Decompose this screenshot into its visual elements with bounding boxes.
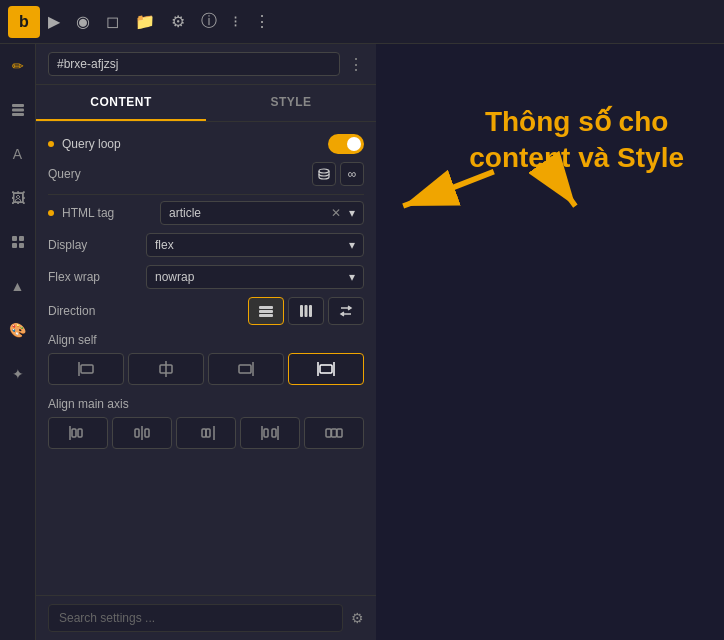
svg-rect-28 bbox=[145, 429, 149, 437]
query-loop-label: Query loop bbox=[62, 137, 328, 151]
query-loop-toggle[interactable] bbox=[328, 134, 364, 154]
query-controls: ∞ bbox=[138, 162, 364, 186]
svg-rect-13 bbox=[309, 305, 312, 317]
panel-content: Query loop Query ∞ bbox=[36, 122, 376, 595]
align-self-end-btn[interactable] bbox=[208, 353, 284, 385]
justify-between-btn[interactable] bbox=[240, 417, 300, 449]
panel: #brxe-afjzsj ⋮ CONTENT STYLE Query loop … bbox=[36, 44, 376, 640]
text-icon[interactable]: A bbox=[4, 140, 32, 168]
palette-icon[interactable]: 🎨 bbox=[4, 316, 32, 344]
query-loop-icon[interactable]: ∞ bbox=[340, 162, 364, 186]
help-icon[interactable]: ⓘ bbox=[201, 11, 217, 32]
flex-wrap-select[interactable]: nowrap ▾ bbox=[146, 265, 364, 289]
html-tag-clear[interactable]: ✕ bbox=[331, 206, 341, 220]
file-icon[interactable]: ◻ bbox=[106, 12, 119, 31]
svg-rect-22 bbox=[320, 365, 332, 373]
display-value: flex bbox=[155, 238, 174, 252]
html-tag-chevron: ▾ bbox=[349, 206, 355, 220]
folder-icon[interactable]: 📁 bbox=[135, 12, 155, 31]
panel-header: #brxe-afjzsj ⋮ bbox=[36, 44, 376, 85]
grid2-icon[interactable] bbox=[4, 228, 32, 256]
svg-rect-11 bbox=[300, 305, 303, 317]
align-self-start-btn[interactable] bbox=[48, 353, 124, 385]
display-label: Display bbox=[48, 238, 138, 252]
align-self-center-btn[interactable] bbox=[128, 353, 204, 385]
align-self-stretch-btn[interactable] bbox=[288, 353, 364, 385]
pencil-icon[interactable]: ✏ bbox=[4, 52, 32, 80]
query-loop-toggle-container bbox=[328, 134, 364, 154]
svg-rect-31 bbox=[206, 429, 210, 437]
flex-wrap-row: Flex wrap nowrap ▾ bbox=[48, 265, 364, 289]
justify-end-btn[interactable] bbox=[176, 417, 236, 449]
svg-rect-15 bbox=[81, 365, 93, 373]
html-tag-label: HTML tag bbox=[62, 206, 152, 220]
query-loop-dot bbox=[48, 141, 54, 147]
svg-rect-4 bbox=[19, 236, 24, 241]
direction-reverse-btn[interactable] bbox=[328, 297, 364, 325]
svg-rect-25 bbox=[78, 429, 82, 437]
annotation-text: Thông số chocontent và Style bbox=[469, 104, 684, 177]
direction-label: Direction bbox=[48, 304, 138, 318]
align-main-axis-label: Align main axis bbox=[48, 397, 364, 411]
selector-text: #brxe-afjzsj bbox=[57, 57, 118, 71]
justify-start-btn[interactable] bbox=[48, 417, 108, 449]
panel-tabs: CONTENT STYLE bbox=[36, 85, 376, 122]
direction-columns-btn[interactable] bbox=[288, 297, 324, 325]
toolbar-icons: ▶ ◉ ◻ 📁 ⚙ ⓘ ⁝ ⋮ bbox=[48, 11, 270, 32]
query-label: Query bbox=[48, 167, 138, 181]
element-selector[interactable]: #brxe-afjzsj bbox=[48, 52, 340, 76]
svg-rect-36 bbox=[326, 429, 331, 437]
svg-rect-9 bbox=[259, 310, 273, 313]
direction-row: Direction bbox=[48, 297, 364, 325]
justify-center-btn[interactable] bbox=[112, 417, 172, 449]
html-tag-row: HTML tag article ✕ ▾ bbox=[48, 201, 364, 225]
svg-rect-1 bbox=[12, 109, 24, 112]
shield-icon[interactable]: ◉ bbox=[76, 12, 90, 31]
search-gear-icon[interactable]: ⚙ bbox=[351, 610, 364, 626]
flex-wrap-label: Flex wrap bbox=[48, 270, 138, 284]
svg-rect-12 bbox=[305, 305, 308, 317]
justify-around-btn[interactable] bbox=[304, 417, 364, 449]
html-tag-value: article bbox=[169, 206, 201, 220]
display-chevron: ▾ bbox=[349, 238, 355, 252]
query-db-icon[interactable] bbox=[312, 162, 336, 186]
align-main-axis-group: Align main axis bbox=[48, 397, 364, 449]
gear-icon[interactable]: ⚙ bbox=[171, 12, 185, 31]
html-tag-dot bbox=[48, 210, 54, 216]
html-tag-select[interactable]: article ✕ ▾ bbox=[160, 201, 364, 225]
align-main-axis-buttons bbox=[48, 417, 364, 449]
svg-rect-35 bbox=[272, 429, 276, 437]
svg-rect-27 bbox=[135, 429, 139, 437]
svg-rect-0 bbox=[12, 104, 24, 107]
annotation-arrows bbox=[376, 44, 724, 640]
svg-rect-8 bbox=[259, 306, 273, 309]
align-self-group: Align self bbox=[48, 333, 364, 385]
direction-rows-btn[interactable] bbox=[248, 297, 284, 325]
svg-rect-37 bbox=[337, 429, 342, 437]
query-row: Query ∞ bbox=[48, 162, 364, 186]
svg-rect-38 bbox=[332, 429, 337, 437]
search-input[interactable] bbox=[48, 604, 343, 632]
panel-options[interactable]: ⋮ bbox=[348, 55, 364, 74]
direction-buttons bbox=[138, 297, 364, 325]
svg-rect-19 bbox=[239, 365, 251, 373]
cursor-icon[interactable]: ▶ bbox=[48, 12, 60, 31]
tab-style[interactable]: STYLE bbox=[206, 85, 376, 121]
layers-icon[interactable] bbox=[4, 96, 32, 124]
svg-rect-6 bbox=[19, 243, 24, 248]
grid-icon[interactable]: ⁝ bbox=[233, 12, 238, 31]
svg-point-7 bbox=[319, 169, 329, 173]
top-toolbar: b ▶ ◉ ◻ 📁 ⚙ ⓘ ⁝ ⋮ bbox=[0, 0, 724, 44]
more-icon[interactable]: ⋮ bbox=[254, 12, 270, 31]
align-self-buttons bbox=[48, 353, 364, 385]
align-self-label: Align self bbox=[48, 333, 364, 347]
divider1 bbox=[48, 194, 364, 195]
brand-logo[interactable]: b bbox=[8, 6, 40, 38]
display-select[interactable]: flex ▾ bbox=[146, 233, 364, 257]
search-bar: ⚙ bbox=[36, 595, 376, 640]
tab-content[interactable]: CONTENT bbox=[36, 85, 206, 121]
image-icon[interactable]: 🖼 bbox=[4, 184, 32, 212]
magic-icon[interactable]: ✦ bbox=[4, 360, 32, 388]
svg-rect-5 bbox=[12, 243, 17, 248]
triangle-icon[interactable]: ▲ bbox=[4, 272, 32, 300]
